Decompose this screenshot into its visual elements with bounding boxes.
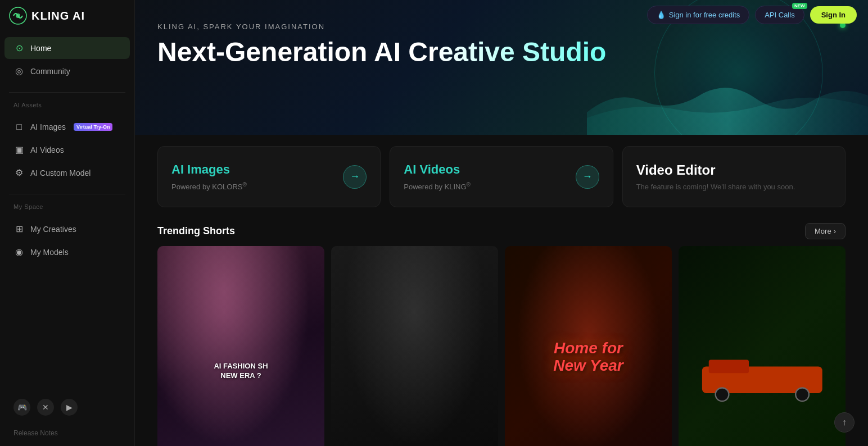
ai-videos-subtitle-prefix: Powered by KLING [404,183,466,191]
youtube-icon[interactable]: ▶ [61,399,78,416]
ai-images-card-subtitle: Powered by KOLORS® [171,181,247,191]
free-credits-label: Sign in for free credits [669,11,740,19]
video-editor-feature-card[interactable]: Video Editor The feature is coming! We'l… [622,146,846,207]
trending-shorts-title: Trending Shorts [157,225,235,237]
ai-images-card-text: AI Images Powered by KOLORS® [171,162,247,191]
video-card-2[interactable]: K KLING2789 ♥ 108 | 00:32 [331,246,498,446]
video-editor-card-text: Video Editor The feature is coming! We'l… [636,162,795,191]
virtual-try-on-badge: Virtual Try-On [74,123,112,131]
sidebar-nav: ⊙ Home ◎ Community [0,31,134,88]
trending-shorts-header: Trending Shorts More › [135,219,868,246]
trending-shorts-more-chevron: › [834,227,836,235]
sidebar-item-community[interactable]: ◎ Community [4,60,130,82]
my-space-label: My Space [0,199,134,212]
sidebar-item-label-home: Home [30,44,51,53]
video-thumb-2 [331,246,498,446]
my-creatives-icon: ⊞ [13,224,25,234]
release-notes[interactable]: Release Notes [9,427,125,439]
free-credits-button[interactable]: 💧 Sign in for free credits [647,6,749,24]
svg-rect-3 [708,359,748,373]
trending-shorts-grid: AI FASHION SH NEW ERA ? r runwaybliss...… [135,246,868,446]
ai-videos-icon: ▣ [13,144,25,155]
sidebar-item-label-ai-videos: AI Videos [30,145,64,154]
ai-videos-card-text: AI Videos Powered by KLING® [404,162,471,191]
sidebar-item-ai-videos[interactable]: ▣ AI Videos [4,139,130,161]
ai-videos-card-title: AI Videos [404,162,471,177]
signin-label: Sign In [821,11,846,19]
discord-icon[interactable]: 🎮 [13,399,30,416]
ai-videos-subtitle-reg: ® [467,181,471,188]
video-thumb-1: AI FASHION SH NEW ERA ? [157,246,324,446]
my-models-icon: ◉ [13,247,25,257]
svg-point-4 [715,388,729,401]
video-thumb-4 [679,246,846,446]
api-new-badge: NEW [792,3,807,9]
sidebar-item-ai-custom-model[interactable]: ⚙ AI Custom Model [4,162,130,184]
logo-icon [9,7,27,25]
svg-point-5 [795,388,809,401]
hero-title-line1: Next-Generation AI [157,37,401,67]
sidebar: KLING AI ⊙ Home ◎ Community AI Assets □ … [0,0,135,446]
ai-assets-label: AI Assets [0,97,134,111]
api-calls-button[interactable]: API Calls NEW [755,6,804,24]
twitter-icon[interactable]: ✕ [37,399,54,416]
svg-point-1 [16,13,20,18]
ai-images-arrow[interactable]: → [343,165,367,189]
video-editor-card-title: Video Editor [636,162,795,178]
ai-images-subtitle-prefix: Powered by KOLORS [171,183,242,191]
feature-cards: AI Images Powered by KOLORS® → AI Videos… [135,135,868,219]
scroll-to-top-button[interactable]: ↑ [834,412,855,433]
sidebar-divider-1 [9,92,125,93]
sidebar-item-home[interactable]: ⊙ Home [4,37,130,59]
sidebar-item-my-creatives[interactable]: ⊞ My Creatives [4,218,130,240]
sidebar-item-label-community: Community [30,67,70,76]
ai-videos-feature-card[interactable]: AI Videos Powered by KLING® → [390,146,613,207]
trending-shorts-more-label: More [815,227,831,235]
ai-videos-card-subtitle: Powered by KLING® [404,181,471,191]
sidebar-divider-2 [9,194,125,194]
community-icon: ◎ [13,66,25,76]
home-icon: ⊙ [13,43,25,53]
video-card-1[interactable]: AI FASHION SH NEW ERA ? r runwaybliss...… [157,246,324,446]
ai-images-icon: □ [13,122,25,132]
sidebar-item-label-ai-custom-model: AI Custom Model [30,169,91,178]
sidebar-bottom: 🎮 ✕ ▶ Release Notes [0,388,134,446]
sidebar-item-label-my-creatives: My Creatives [30,225,76,234]
ai-custom-model-icon: ⚙ [13,167,25,178]
my-space-nav: ⊞ My Creatives ◉ My Models [0,212,134,268]
video-editor-coming-soon: The feature is coming! We'll share with … [636,183,795,191]
ai-assets-nav: □ AI Images Virtual Try-On ▣ AI Videos ⚙… [0,111,134,189]
sidebar-item-ai-images[interactable]: □ AI Images Virtual Try-On [4,116,130,138]
ai-videos-arrow[interactable]: → [576,165,599,189]
video-card-3[interactable]: Home for New Year P Prometheus Movie ♥ 5… [505,246,672,446]
ai-images-feature-card[interactable]: AI Images Powered by KOLORS® → [157,146,381,207]
hero-wave [587,67,868,135]
logo-area[interactable]: KLING AI [0,0,134,31]
credits-drop-icon: 💧 [657,11,666,19]
video-thumb-3: Home for New Year [505,246,672,446]
api-calls-label: API Calls [765,11,794,19]
ai-images-subtitle-reg: ® [242,181,246,188]
social-icons: 🎮 ✕ ▶ [9,394,125,420]
trending-shorts-more-button[interactable]: More › [805,223,846,239]
ai-images-card-title: AI Images [171,162,247,177]
video-card-4[interactable]: K KLING3386 ♥ 130 | 00:11 [679,246,846,446]
main-content: 💧 Sign in for free credits API Calls NEW… [135,0,868,446]
logo-text: KLING AI [31,10,85,22]
sidebar-item-label-ai-images: AI Images [30,122,66,131]
sidebar-item-my-models[interactable]: ◉ My Models [4,241,130,263]
topbar: 💧 Sign in for free credits API Calls NEW… [636,0,868,30]
sidebar-item-label-my-models: My Models [30,248,69,257]
signin-button[interactable]: Sign In [810,6,857,24]
hero-title-line2: Creative Studio [408,37,606,67]
